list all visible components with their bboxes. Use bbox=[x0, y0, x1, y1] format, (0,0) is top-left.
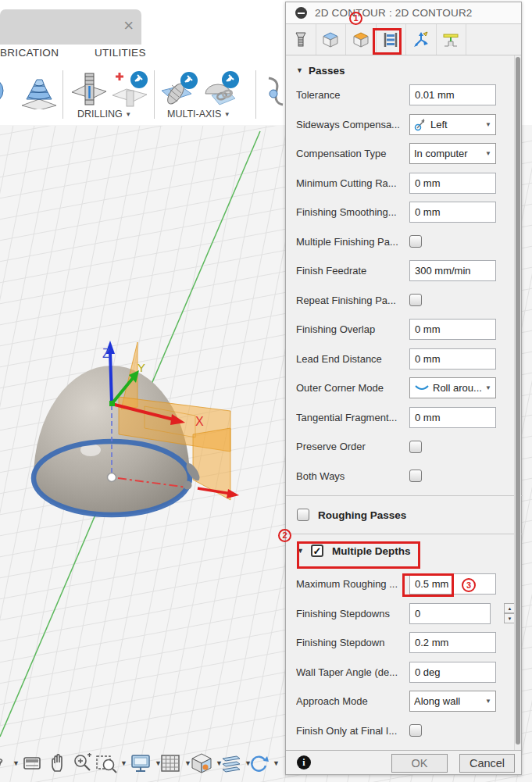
finish-only-at-final-i-checkbox[interactable] bbox=[409, 724, 422, 737]
dialog-tab-passes-tab[interactable] bbox=[377, 24, 407, 55]
both-ways-checkbox[interactable] bbox=[409, 470, 422, 482]
grid-snaps-icon bbox=[159, 752, 181, 774]
finishing-stepdown-input[interactable]: 0.2 mm bbox=[409, 632, 496, 653]
refresh-button[interactable]: ▼ bbox=[248, 752, 280, 774]
pan-button[interactable] bbox=[48, 752, 69, 774]
field-label: Tolerance bbox=[296, 89, 409, 101]
field-label: Lead End Distance bbox=[296, 353, 409, 365]
tolerance-input[interactable]: 0.01 mm bbox=[409, 84, 496, 105]
field-label: Compensation Type bbox=[296, 148, 409, 159]
section-icon bbox=[220, 752, 241, 774]
multiple-depths-label: Multiple Depths bbox=[332, 545, 411, 557]
chevron-down-icon: ▼ bbox=[485, 384, 491, 391]
finishing-stepdowns-input[interactable]: 0 bbox=[409, 603, 491, 624]
milling-strategy-icon[interactable] bbox=[0, 70, 16, 109]
group-drilling[interactable]: DRILLING ▼ bbox=[77, 109, 131, 120]
tool-tab-icon bbox=[292, 31, 309, 48]
roughing-passes-checkbox[interactable] bbox=[297, 509, 309, 521]
outer-corner-mode-select[interactable]: Roll arou...▼ bbox=[409, 377, 496, 398]
field-label: Finishing Stepdowns bbox=[296, 608, 409, 620]
fusion-cam-window: Z Y X × BRICATION UTILITIES bbox=[0, 0, 532, 782]
field-row-maximum-roughing: Maximum Roughing ...0.5 mm bbox=[286, 570, 516, 599]
field-label: Multiple Finishing Pa... bbox=[296, 236, 409, 248]
chevron-down-icon: ▼ bbox=[485, 698, 491, 705]
grid-snaps-button[interactable]: ▼ bbox=[159, 752, 191, 774]
multiple-depths-checkbox[interactable]: ✓ bbox=[311, 545, 323, 557]
display-settings-button[interactable]: ▼ bbox=[130, 752, 162, 774]
dialog-tab-geometry-tab[interactable] bbox=[316, 24, 347, 55]
tangential-fragment-input[interactable]: 0 mm bbox=[409, 407, 496, 428]
field-row-outer-corner-mode: Outer Corner ModeRoll arou...▼ bbox=[286, 373, 516, 403]
field-label: Repeat Finishing Pa... bbox=[296, 295, 409, 306]
scrollbar-thumb[interactable] bbox=[516, 57, 520, 745]
dialog-tab-heights-tab[interactable] bbox=[346, 24, 377, 55]
adaptive-clearing-icon[interactable] bbox=[20, 70, 58, 109]
field-label: Minimum Cutting Ra... bbox=[296, 177, 409, 189]
viewports-icon bbox=[191, 752, 212, 774]
zoom-button[interactable] bbox=[72, 752, 92, 774]
chevron-down-icon: ▼ bbox=[224, 111, 230, 118]
chevron-down-icon[interactable]: ▼ bbox=[120, 759, 127, 767]
sideways-compensa-select[interactable]: Left▼ bbox=[409, 114, 496, 135]
field-row-sideways-compensa: Sideways Compensa...Left▼ bbox=[286, 110, 516, 140]
preserve-order-checkbox[interactable] bbox=[409, 441, 422, 453]
zoom-window-button[interactable]: ▼ bbox=[95, 752, 127, 774]
field-row-finishing-stepdowns: Finishing Stepdowns0▲▼ bbox=[286, 599, 516, 629]
field-label: Finishing Stepdown bbox=[296, 637, 409, 648]
finishing-overlap-input[interactable]: 0 mm bbox=[409, 319, 496, 340]
collapse-icon[interactable] bbox=[295, 7, 307, 19]
multiaxis-flow-icon[interactable] bbox=[201, 70, 240, 111]
field-label: Maximum Roughing ... bbox=[296, 578, 409, 590]
chevron-down-icon: ▼ bbox=[297, 547, 304, 555]
field-label: Finishing Overlap bbox=[296, 323, 409, 335]
cancel-button[interactable]: Cancel bbox=[459, 754, 515, 773]
dialog-tab-transitions-tab[interactable] bbox=[437, 24, 467, 55]
dialog-tab-tool-tab[interactable] bbox=[286, 24, 316, 55]
dialog-scrollbar[interactable] bbox=[514, 55, 521, 752]
field-row-finishing-smoothing: Finishing Smoothing...0 mm bbox=[286, 198, 516, 227]
dialog-header[interactable]: 2D CONTOUR : 2D CONTOUR2 bbox=[286, 2, 521, 24]
tab-utilities[interactable]: UTILITIES bbox=[95, 47, 146, 59]
field-row-finishing-stepdown: Finishing Stepdown0.2 mm bbox=[286, 628, 516, 658]
ok-button[interactable]: OK bbox=[391, 754, 448, 773]
field-row-finish-feedrate: Finish Feedrate300 mm/min bbox=[286, 256, 516, 286]
close-icon[interactable]: × bbox=[123, 16, 134, 36]
compensation-type-select[interactable]: In computer▼ bbox=[409, 143, 496, 164]
info-icon[interactable]: i bbox=[297, 755, 311, 770]
document-tab[interactable]: × bbox=[0, 9, 141, 45]
viewports-button[interactable]: ▼ bbox=[191, 752, 223, 774]
approach-mode-select[interactable]: Along wall▼ bbox=[409, 691, 496, 712]
field-row-tolerance: Tolerance0.01 mm bbox=[286, 80, 516, 110]
field-row-wall-taper-angle-de: Wall Taper Angle (de...0 deg bbox=[286, 658, 516, 687]
dialog-tab-linking-tab[interactable] bbox=[406, 24, 437, 55]
passes-section-header[interactable]: ▼ Passes bbox=[286, 60, 516, 80]
maximum-roughing-input[interactable]: 0.5 mm bbox=[409, 573, 496, 595]
orbit-button[interactable]: ▼ bbox=[0, 752, 20, 774]
wall-taper-angle-de-input[interactable]: 0 deg bbox=[409, 662, 496, 683]
section-button[interactable]: ▼ bbox=[220, 752, 252, 774]
look-at-button[interactable] bbox=[22, 752, 42, 774]
field-row-approach-mode: Approach ModeAlong wall▼ bbox=[286, 687, 516, 716]
lead-end-distance-input[interactable]: 0 mm bbox=[409, 348, 496, 370]
finish-feedrate-input[interactable]: 300 mm/min bbox=[409, 260, 496, 281]
repeat-finishing-pa-checkbox[interactable] bbox=[409, 294, 422, 306]
roughing-passes-row[interactable]: Roughing Passes bbox=[286, 496, 516, 534]
field-row-multiple-finishing-pa: Multiple Finishing Pa... bbox=[286, 227, 516, 257]
drill-icon[interactable] bbox=[70, 70, 108, 111]
turning-icon[interactable] bbox=[266, 70, 286, 111]
multiple-finishing-pa-checkbox[interactable] bbox=[409, 235, 422, 248]
chevron-down-icon[interactable]: ▼ bbox=[12, 759, 20, 767]
finishing-smoothing-input[interactable]: 0 mm bbox=[409, 202, 496, 223]
group-multi-axis[interactable]: MULTI-AXIS ▼ bbox=[167, 109, 230, 120]
selected-value: Left bbox=[430, 119, 485, 130]
minimum-cutting-ra-input[interactable]: 0 mm bbox=[409, 173, 496, 194]
multiple-depths-row[interactable]: ▼ ✓ Multiple Depths bbox=[286, 534, 516, 567]
origin-point[interactable] bbox=[108, 473, 116, 482]
axis-label-x: X bbox=[195, 415, 204, 428]
multiaxis-contour-icon[interactable] bbox=[160, 70, 199, 111]
dialog-tab-strip bbox=[286, 24, 521, 55]
field-label: Approach Mode bbox=[296, 695, 409, 707]
tab-fabrication[interactable]: BRICATION bbox=[0, 47, 59, 59]
chevron-down-icon[interactable]: ▼ bbox=[273, 759, 280, 767]
drilling-cloud-icon[interactable] bbox=[109, 70, 150, 111]
